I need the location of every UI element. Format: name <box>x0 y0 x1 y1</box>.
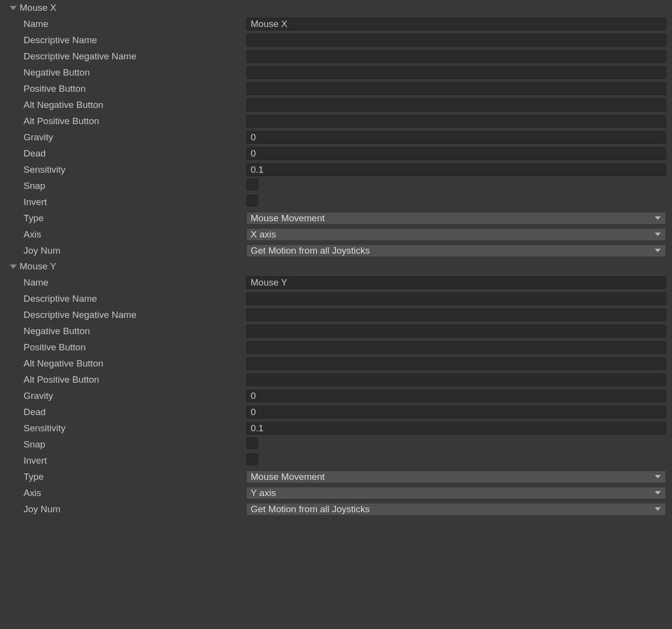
row-positive-button: Positive Button <box>2 339 670 355</box>
row-alt-positive-button: Alt Positive Button <box>2 371 670 388</box>
row-descriptive-negative-name: Descriptive Negative Name <box>2 48 670 64</box>
section-title: Mouse Y <box>20 261 56 272</box>
checkbox-snap[interactable] <box>246 179 258 190</box>
row-sensitivity: Sensitivity <box>2 161 670 178</box>
dropdown-axis-value: Y axis <box>251 488 276 498</box>
checkbox-snap[interactable] <box>246 437 258 449</box>
label-alt-negative-button: Alt Negative Button <box>24 358 246 369</box>
input-descriptive-negative-name[interactable] <box>246 309 666 321</box>
label-gravity: Gravity <box>24 132 246 143</box>
dropdown-joy-num[interactable]: Get Motion from all Joysticks <box>246 503 666 516</box>
input-positive-button[interactable] <box>246 341 666 354</box>
input-gravity[interactable] <box>246 390 666 402</box>
label-positive-button: Positive Button <box>24 342 246 353</box>
row-positive-button: Positive Button <box>2 80 670 97</box>
chevron-down-icon <box>655 216 661 220</box>
input-alt-positive-button[interactable] <box>246 373 666 386</box>
checkbox-invert[interactable] <box>246 195 258 207</box>
dropdown-type-value: Mouse Movement <box>251 213 325 224</box>
input-alt-negative-button[interactable] <box>246 357 666 370</box>
input-name[interactable] <box>246 276 666 289</box>
row-axis: Axis Y axis <box>2 485 670 501</box>
input-descriptive-name[interactable] <box>246 292 666 305</box>
input-descriptive-negative-name[interactable] <box>246 50 666 63</box>
label-sensitivity: Sensitivity <box>24 423 246 434</box>
checkbox-invert[interactable] <box>246 453 258 465</box>
row-snap: Snap <box>2 436 670 452</box>
foldout-arrow-icon <box>10 264 17 269</box>
row-name: Name <box>2 274 670 290</box>
input-negative-button[interactable] <box>246 66 666 79</box>
label-negative-button: Negative Button <box>24 326 246 337</box>
label-descriptive-name: Descriptive Name <box>24 35 246 46</box>
section-header-mouse-x[interactable]: Mouse X <box>2 0 670 16</box>
dropdown-joy-num-value: Get Motion from all Joysticks <box>251 245 370 256</box>
row-descriptive-name: Descriptive Name <box>2 290 670 307</box>
input-gravity[interactable] <box>246 131 666 144</box>
dropdown-joy-num[interactable]: Get Motion from all Joysticks <box>246 244 666 257</box>
label-type: Type <box>24 213 246 224</box>
input-sensitivity[interactable] <box>246 422 666 435</box>
row-name: Name <box>2 16 670 32</box>
input-sensitivity[interactable] <box>246 163 666 176</box>
label-name: Name <box>24 277 246 288</box>
row-alt-positive-button: Alt Positive Button <box>2 113 670 129</box>
input-positive-button[interactable] <box>246 82 666 95</box>
foldout-arrow-icon <box>10 6 17 10</box>
chevron-down-icon <box>655 491 661 495</box>
chevron-down-icon <box>655 475 661 478</box>
input-alt-negative-button[interactable] <box>246 99 666 111</box>
dropdown-axis[interactable]: X axis <box>246 228 666 241</box>
label-descriptive-negative-name: Descriptive Negative Name <box>24 51 246 62</box>
chevron-down-icon <box>655 233 661 236</box>
input-alt-positive-button[interactable] <box>246 115 666 128</box>
row-joy-num: Joy Num Get Motion from all Joysticks <box>2 242 670 259</box>
label-type: Type <box>24 472 246 482</box>
dropdown-type[interactable]: Mouse Movement <box>246 212 666 225</box>
dropdown-joy-num-value: Get Motion from all Joysticks <box>251 504 370 515</box>
inspector-panel: Mouse X Name Descriptive Name Descriptiv… <box>0 0 672 519</box>
section-header-mouse-y[interactable]: Mouse Y <box>2 259 670 274</box>
chevron-down-icon <box>655 507 661 511</box>
dropdown-axis-value: X axis <box>251 229 276 240</box>
row-dead: Dead <box>2 145 670 161</box>
input-negative-button[interactable] <box>246 325 666 338</box>
label-descriptive-negative-name: Descriptive Negative Name <box>24 310 246 320</box>
row-type: Type Mouse Movement <box>2 210 670 226</box>
label-dead: Dead <box>24 407 246 418</box>
row-descriptive-negative-name: Descriptive Negative Name <box>2 307 670 323</box>
label-name: Name <box>24 19 246 29</box>
dropdown-axis[interactable]: Y axis <box>246 487 666 499</box>
label-alt-positive-button: Alt Positive Button <box>24 374 246 385</box>
label-invert: Invert <box>24 197 246 208</box>
row-type: Type Mouse Movement <box>2 469 670 485</box>
dropdown-type[interactable]: Mouse Movement <box>246 471 666 483</box>
row-sensitivity: Sensitivity <box>2 420 670 436</box>
row-axis: Axis X axis <box>2 226 670 242</box>
label-snap: Snap <box>24 181 246 191</box>
label-snap: Snap <box>24 439 246 450</box>
label-axis: Axis <box>24 229 246 240</box>
label-axis: Axis <box>24 488 246 498</box>
input-descriptive-name[interactable] <box>246 34 666 47</box>
label-gravity: Gravity <box>24 391 246 401</box>
label-sensitivity: Sensitivity <box>24 164 246 175</box>
row-descriptive-name: Descriptive Name <box>2 32 670 48</box>
row-dead: Dead <box>2 404 670 420</box>
row-alt-negative-button: Alt Negative Button <box>2 97 670 113</box>
label-alt-negative-button: Alt Negative Button <box>24 100 246 110</box>
row-alt-negative-button: Alt Negative Button <box>2 355 670 371</box>
label-joy-num: Joy Num <box>24 504 246 515</box>
input-dead[interactable] <box>246 147 666 160</box>
section-title: Mouse X <box>20 2 56 13</box>
row-negative-button: Negative Button <box>2 323 670 339</box>
row-snap: Snap <box>2 178 670 194</box>
row-joy-num: Joy Num Get Motion from all Joysticks <box>2 501 670 517</box>
chevron-down-icon <box>655 249 661 252</box>
label-joy-num: Joy Num <box>24 245 246 256</box>
dropdown-type-value: Mouse Movement <box>251 472 325 482</box>
label-alt-positive-button: Alt Positive Button <box>24 116 246 127</box>
input-dead[interactable] <box>246 406 666 419</box>
input-name[interactable] <box>246 18 666 30</box>
row-invert: Invert <box>2 194 670 210</box>
